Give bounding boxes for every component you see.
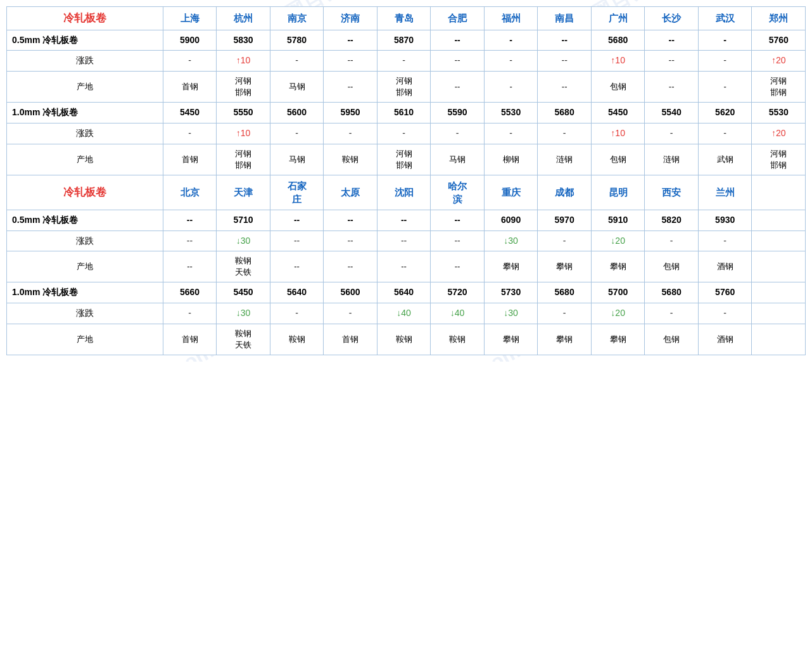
s1-change2-label: 涨跌 (7, 123, 163, 144)
s1-o2-zhengzhou: 河钢邯钢 (752, 144, 806, 175)
header-harbin: 哈尔滨 (431, 175, 485, 210)
s2-product1-row: 0.5mm 冷轧板卷 -- 5710 -- -- -- -- 6090 5970… (7, 210, 806, 231)
header-chongqing: 重庆 (484, 175, 538, 210)
s2-c2-empty (752, 303, 806, 324)
s2-p1-taiyuan: -- (324, 210, 377, 231)
s1-change1-row: 涨跌 - ↑10 - -- - -- - -- ↑10 -- - ↑20 (7, 51, 806, 72)
s1-c2-hefei: - (431, 123, 485, 144)
s1-p2-zhengzhou: 5530 (752, 103, 806, 123)
s2-change1-label: 涨跌 (7, 231, 163, 251)
header-zhengzhou: 郑州 (752, 7, 806, 30)
s2-product2-row: 1.0mm 冷轧板卷 5660 5450 5640 5600 5640 5720… (7, 282, 806, 303)
s2-o2-chengdu: 攀钢 (538, 324, 592, 355)
s2-o2-beijing: 首钢 (163, 324, 217, 355)
s2-p2-chengdu: 5680 (538, 282, 592, 303)
price-table: 冷轧板卷 上海 杭州 南京 济南 青岛 合肥 福州 南昌 广州 长沙 武汉 郑州… (6, 6, 806, 355)
s2-c2-kunming: ↓20 (591, 303, 645, 324)
header-tianjin: 天津 (217, 175, 270, 210)
s2-o1-shijiazhuang: -- (270, 251, 324, 282)
s2-o2-xian: 包钢 (645, 324, 699, 355)
s1-c1-shanghai: - (163, 51, 217, 72)
s2-p2-shenyang: 5640 (377, 282, 431, 303)
s1-c2-nanchang: - (538, 123, 592, 144)
s2-o1-tianjin: 鞍钢天铁 (217, 251, 270, 282)
s2-origin2-label: 产地 (7, 324, 163, 355)
s1-p2-wuhan: 5620 (698, 103, 752, 123)
s1-change2-row: 涨跌 - ↑10 - - - - - - ↑10 - - ↑20 (7, 123, 806, 144)
s1-p1-nanjing: 5780 (270, 30, 324, 51)
s2-o1-chongqing: 攀钢 (484, 251, 538, 282)
header-hangzhou: 杭州 (217, 7, 270, 30)
s2-change2-label: 涨跌 (7, 303, 163, 324)
s1-o2-shanghai: 首钢 (163, 144, 217, 175)
s1-p2-hefei: 5590 (431, 103, 485, 123)
header-qingdao: 青岛 (377, 7, 431, 30)
s2-c2-beijing: - (163, 303, 217, 324)
s1-o2-changsha: 涟钢 (645, 144, 699, 175)
s2-c2-chongqing: ↓30 (484, 303, 538, 324)
s2-c1-taiyuan: -- (324, 231, 377, 251)
s2-o2-shenyang: 鞍钢 (377, 324, 431, 355)
s1-c2-jinan: - (324, 123, 377, 144)
s2-c1-tianjin: ↓30 (217, 231, 270, 251)
s2-p1-beijing: -- (163, 210, 217, 231)
s2-p1-chengdu: 5970 (538, 210, 592, 231)
s1-o2-hangzhou: 河钢邯钢 (217, 144, 270, 175)
s1-c2-shanghai: - (163, 123, 217, 144)
s2-origin1-label: 产地 (7, 251, 163, 282)
s2-c2-chengdu: - (538, 303, 592, 324)
s2-p2-taiyuan: 5600 (324, 282, 377, 303)
s2-p2-chongqing: 5730 (484, 282, 538, 303)
s2-c1-empty (752, 231, 806, 251)
s1-c1-nanchang: -- (538, 51, 592, 72)
s2-o2-shijiazhuang: 鞍钢 (270, 324, 324, 355)
s1-c1-nanjing: - (270, 51, 324, 72)
header-guangzhou: 广州 (591, 7, 645, 30)
header-taiyuan: 太原 (324, 175, 377, 210)
s2-p1-shenyang: -- (377, 210, 431, 231)
s2-p1-empty (752, 210, 806, 231)
s1-p2-hangzhou: 5550 (217, 103, 270, 123)
header-changsha: 长沙 (645, 7, 699, 30)
s2-p1-lanzhou: 5930 (698, 210, 752, 231)
s1-o1-nanjing: 马钢 (270, 71, 324, 102)
s1-change1-label: 涨跌 (7, 51, 163, 72)
s1-p1-qingdao: 5870 (377, 30, 431, 51)
header-empty (752, 175, 806, 210)
s1-origin1-label: 产地 (7, 71, 163, 102)
s1-p2-jinan: 5950 (324, 103, 377, 123)
s2-o2-chongqing: 攀钢 (484, 324, 538, 355)
section1-title: 冷轧板卷 (7, 7, 163, 30)
header-hefei: 合肥 (431, 7, 485, 30)
s1-c1-changsha: -- (645, 51, 699, 72)
s2-o1-harbin: -- (431, 251, 485, 282)
header-chengdu: 成都 (538, 175, 592, 210)
s2-p2-lanzhou: 5760 (698, 282, 752, 303)
s1-product1-row: 0.5mm 冷轧板卷 5900 5830 5780 -- 5870 -- - -… (7, 30, 806, 51)
s2-o2-tianjin: 鞍钢天铁 (217, 324, 270, 355)
s2-o2-taiyuan: 首钢 (324, 324, 377, 355)
s2-p1-xian: 5820 (645, 210, 699, 231)
s1-p1-fuzhou: - (484, 30, 538, 51)
header-kunming: 昆明 (591, 175, 645, 210)
s1-p1-nanchang: -- (538, 30, 592, 51)
s1-p1-jinan: -- (324, 30, 377, 51)
s2-c1-shenyang: -- (377, 231, 431, 251)
s2-p1-shijiazhuang: -- (270, 210, 324, 231)
header-beijing: 北京 (163, 175, 217, 210)
s2-c2-harbin: ↓40 (431, 303, 485, 324)
s2-c1-beijing: -- (163, 231, 217, 251)
s1-p1-guangzhou: 5680 (591, 30, 645, 51)
s1-p1-wuhan: - (698, 30, 752, 51)
s1-o2-nanjing: 马钢 (270, 144, 324, 175)
s1-c1-hefei: -- (431, 51, 485, 72)
s1-product2-row: 1.0mm 冷轧板卷 5450 5550 5600 5950 5610 5590… (7, 103, 806, 123)
header-nanchang: 南昌 (538, 7, 592, 30)
section1-header: 冷轧板卷 上海 杭州 南京 济南 青岛 合肥 福州 南昌 广州 长沙 武汉 郑州 (7, 7, 806, 30)
section2-header: 冷轧板卷 北京 天津 石家庄 太原 沈阳 哈尔滨 重庆 成都 昆明 西安 兰州 (7, 175, 806, 210)
s1-o1-hangzhou: 河钢邯钢 (217, 71, 270, 102)
s2-c2-shenyang: ↓40 (377, 303, 431, 324)
s1-o1-nanchang: -- (538, 71, 592, 102)
s1-o1-wuhan: - (698, 71, 752, 102)
s1-p1-changsha: -- (645, 30, 699, 51)
